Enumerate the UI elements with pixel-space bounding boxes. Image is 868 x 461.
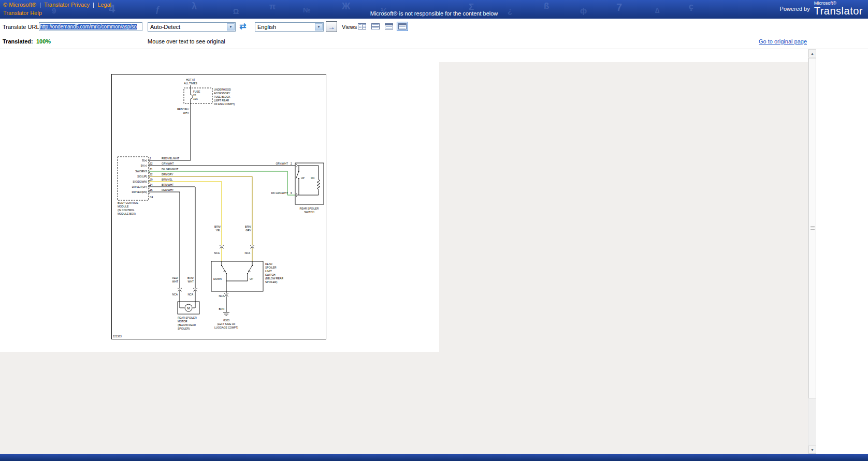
svg-text:6: 6: [291, 191, 292, 195]
svg-text:BRN: BRN: [219, 307, 224, 310]
svg-text:DK GRN/WHT: DK GRN/WHT: [162, 168, 178, 171]
translator-privacy-link[interactable]: Translator Privacy: [44, 2, 90, 8]
page-background-right: [439, 62, 808, 352]
svg-text:10A: 10A: [193, 97, 198, 100]
svg-text:WHT: WHT: [188, 280, 194, 283]
svg-text:SIG(UP): SIG(UP): [137, 175, 147, 178]
svg-text:FUSE: FUSE: [193, 90, 200, 93]
svg-text:LIMIT: LIMIT: [265, 270, 272, 273]
views-label: Views: [342, 24, 357, 30]
svg-text:NCA: NCA: [214, 251, 220, 255]
svg-text:WHT: WHT: [172, 280, 178, 283]
scroll-thumb-grip-icon: [811, 226, 815, 230]
svg-text:NCA: NCA: [187, 293, 193, 296]
svg-text:29: 29: [150, 178, 153, 181]
svg-text:SPOILER: SPOILER: [265, 266, 277, 269]
view-side-by-side-button[interactable]: [356, 22, 368, 31]
wiring-diagram: HOT ATALL TIMESFUSE2010AUNDERHOODACCESSO…: [111, 74, 327, 340]
view-top-bottom-button[interactable]: [370, 22, 381, 31]
svg-text:71: 71: [150, 168, 153, 171]
view-original-hover-button[interactable]: [383, 22, 395, 31]
original-hover-icon: [385, 23, 393, 29]
view-translation-hover-button[interactable]: [397, 22, 408, 31]
divider: [93, 3, 94, 8]
svg-text:C4: C4: [150, 196, 153, 199]
svg-text:15: 15: [150, 188, 153, 191]
svg-text:SPOILER): SPOILER): [265, 280, 278, 284]
svg-text:NCA: NCA: [219, 294, 224, 298]
from-language-value: Auto-Detect: [150, 24, 180, 30]
legal-link[interactable]: Legal: [97, 2, 111, 8]
svg-text:B(+): B(+): [142, 159, 147, 162]
svg-text:22: 22: [150, 173, 153, 176]
vertical-scrollbar[interactable]: ▲ ▼: [808, 49, 816, 454]
microsoft-link[interactable]: © Microsoft®: [3, 2, 36, 8]
svg-text:MODULE: MODULE: [118, 205, 129, 208]
translation-statusbar: Translated: 100% Mouse over text to see …: [0, 34, 868, 49]
svg-text:OF ENG COMPT): OF ENG COMPT): [214, 102, 235, 106]
translated-percent: 100%: [36, 38, 51, 44]
scroll-down-icon: ▼: [811, 448, 814, 452]
swap-languages-icon[interactable]: ⇄: [239, 21, 246, 31]
svg-text:BODY CONTROL: BODY CONTROL: [118, 201, 138, 204]
svg-text:REAR SPOILER: REAR SPOILER: [178, 316, 197, 319]
svg-text:REAR SPOILER: REAR SPOILER: [300, 207, 319, 210]
translate-url-label: Translate URL: [3, 24, 39, 30]
go-to-original-link[interactable]: Go to original page: [759, 38, 807, 44]
to-language-select[interactable]: English ▼: [255, 22, 324, 32]
svg-text:14: 14: [150, 183, 153, 186]
svg-text:GRY: GRY: [245, 229, 251, 232]
svg-text:RED/WHT: RED/WHT: [162, 188, 173, 191]
scroll-up-icon: ▲: [811, 52, 814, 55]
chevron-down-icon[interactable]: ▼: [315, 23, 323, 31]
svg-text:SPOILER): SPOILER): [178, 327, 190, 330]
translated-page-content: HOT ATALL TIMESFUSE2010AUNDERHOODACCESSO…: [0, 49, 808, 454]
svg-text:MOTOR: MOTOR: [178, 320, 187, 323]
svg-text:NCA: NCA: [172, 293, 178, 296]
svg-text:GRY/WHT: GRY/WHT: [162, 162, 174, 165]
svg-text:(LEFT REAR: (LEFT REAR: [214, 99, 229, 102]
svg-text:RED/: RED/: [172, 276, 179, 279]
svg-text:SW/SENS: SW/SENS: [135, 170, 148, 173]
scroll-down-button[interactable]: ▼: [808, 445, 816, 454]
svg-text:GRY/WHT: GRY/WHT: [276, 162, 288, 165]
from-language-select[interactable]: Auto-Detect ▼: [148, 22, 236, 32]
svg-text:SWITCH: SWITCH: [304, 211, 314, 214]
svg-text:MODULE BOX): MODULE BOX): [118, 212, 136, 215]
svg-text:DK GRN/WHT: DK GRN/WHT: [271, 191, 288, 195]
go-arrow-icon: →: [328, 23, 335, 31]
svg-text:(BELOW REAR: (BELOW REAR: [178, 323, 196, 326]
svg-text:WHT: WHT: [183, 111, 189, 114]
svg-text:BRN/YEL: BRN/YEL: [162, 178, 173, 181]
svg-text:DRIVER(UP): DRIVER(UP): [132, 185, 148, 188]
bottom-bar: [0, 454, 868, 461]
divider: [40, 3, 40, 8]
svg-text:1: 1: [150, 157, 151, 160]
banner-links: © Microsoft®Translator PrivacyLegal: [3, 2, 111, 8]
side-by-side-icon: [358, 23, 366, 29]
url-input[interactable]: http://ondemand5.com/mric/common/asp/so: [39, 22, 142, 31]
svg-text:BRN/: BRN/: [187, 276, 194, 279]
svg-text:SWITCH: SWITCH: [265, 273, 276, 276]
translate-go-button[interactable]: →: [326, 21, 337, 32]
svg-text:(BELOW REAR: (BELOW REAR: [265, 277, 283, 280]
svg-text:YEL: YEL: [216, 229, 221, 232]
scroll-thumb[interactable]: [808, 58, 816, 398]
svg-text:FUSE BLOCK: FUSE BLOCK: [214, 95, 230, 98]
translator-help-link[interactable]: Translator Help: [3, 10, 42, 16]
chevron-down-icon[interactable]: ▼: [227, 23, 235, 31]
svg-text:BRN/WHT: BRN/WHT: [162, 183, 173, 186]
svg-text:RED/YEL/WHT: RED/YEL/WHT: [162, 157, 179, 160]
scroll-up-button[interactable]: ▲: [808, 49, 816, 57]
svg-text:ACCESSORY: ACCESSORY: [214, 92, 230, 95]
svg-text:121363: 121363: [113, 335, 122, 338]
svg-text:DN: DN: [311, 176, 315, 180]
top-bottom-icon: [371, 23, 380, 29]
logo-translator-text: Translator: [814, 6, 863, 17]
svg-text:UNDERHOOD: UNDERHOOD: [214, 88, 231, 91]
translation-hover-icon: [398, 23, 407, 29]
svg-text:LUGGAGE COMPT): LUGGAGE COMPT): [214, 326, 238, 329]
translator-banner: 94ƒλΩπ№Ж½Σ¿ßф7∆ç © Microsoft®Translator …: [0, 0, 868, 19]
svg-text:DOWN: DOWN: [213, 277, 222, 280]
url-input-value: http://ondemand5.com/mric/common/asp/so: [40, 24, 137, 29]
